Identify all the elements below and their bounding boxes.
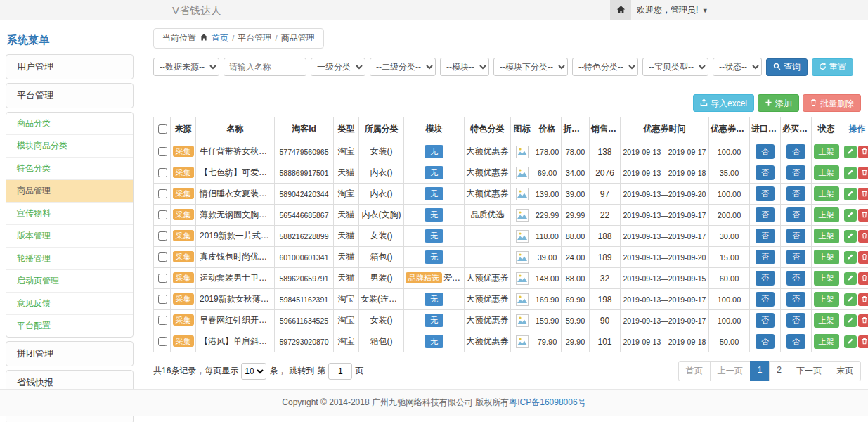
row-checkbox[interactable] xyxy=(158,274,167,283)
home-button[interactable] xyxy=(610,0,631,20)
filter-select-8[interactable]: --状态-- xyxy=(713,58,762,76)
sidebar-subitem-2[interactable]: 商品分类 xyxy=(6,113,133,134)
icp-link[interactable]: 粤ICP备16098006号 xyxy=(509,397,585,407)
delete-button[interactable] xyxy=(858,335,868,348)
must-buy-toggle[interactable]: 否 xyxy=(786,334,805,349)
must-buy-toggle[interactable]: 否 xyxy=(786,292,805,307)
edit-button[interactable] xyxy=(844,188,857,200)
import-select-toggle[interactable]: 否 xyxy=(756,313,775,328)
row-checkbox[interactable] xyxy=(158,337,167,346)
filter-select-5[interactable]: --模块下分类-- xyxy=(493,58,568,76)
edit-button[interactable] xyxy=(844,293,857,306)
status-toggle[interactable]: 上架 xyxy=(814,229,839,243)
must-buy-toggle[interactable]: 否 xyxy=(786,229,805,243)
page-button-末页[interactable]: 末页 xyxy=(829,361,861,381)
status-toggle[interactable]: 上架 xyxy=(814,186,839,201)
status-toggle[interactable]: 上架 xyxy=(814,292,839,307)
must-buy-toggle[interactable]: 否 xyxy=(786,144,805,159)
page-button-1[interactable]: 1 xyxy=(750,361,770,381)
import-select-toggle[interactable]: 否 xyxy=(756,144,775,159)
edit-button[interactable] xyxy=(844,146,857,158)
delete-button[interactable] xyxy=(858,188,868,200)
per-page-select[interactable]: 10 xyxy=(241,363,266,380)
sidebar-subitem-6[interactable]: 宣传物料 xyxy=(6,202,133,224)
filter-select-0[interactable]: --数据来源-- xyxy=(153,58,219,76)
sidebar-subitem-4[interactable]: 特色分类 xyxy=(6,157,133,179)
must-buy-toggle[interactable]: 否 xyxy=(786,271,805,286)
page-button-下一页[interactable]: 下一页 xyxy=(789,361,829,381)
status-toggle[interactable]: 上架 xyxy=(814,313,839,328)
import-select-toggle[interactable]: 否 xyxy=(756,229,775,243)
sidebar-subitem-5[interactable]: 商品管理 xyxy=(6,179,133,202)
filter-select-3[interactable]: --二级分类-- xyxy=(370,58,436,76)
edit-button[interactable] xyxy=(844,272,857,285)
add-button[interactable]: 添加 xyxy=(758,94,799,112)
must-buy-toggle[interactable]: 否 xyxy=(786,313,805,328)
import-select-toggle[interactable]: 否 xyxy=(756,165,775,180)
delete-button[interactable] xyxy=(858,230,868,243)
status-toggle[interactable]: 上架 xyxy=(814,334,839,349)
import-select-toggle[interactable]: 否 xyxy=(756,271,775,286)
sidebar-subitem-7[interactable]: 版本管理 xyxy=(6,224,133,247)
sidebar-subitem-3[interactable]: 模块商品分类 xyxy=(6,134,133,157)
row-checkbox[interactable] xyxy=(158,210,167,219)
search-button[interactable]: 查询 xyxy=(766,58,808,76)
delete-button[interactable] xyxy=(858,146,868,158)
sidebar-subitem-9[interactable]: 启动页管理 xyxy=(6,269,133,292)
delete-button[interactable] xyxy=(858,272,868,285)
import-excel-button[interactable]: 导入excel xyxy=(693,94,754,112)
delete-button[interactable] xyxy=(858,209,868,222)
edit-button[interactable] xyxy=(844,335,857,348)
must-buy-toggle[interactable]: 否 xyxy=(786,250,805,264)
status-toggle[interactable]: 上架 xyxy=(814,250,839,264)
edit-button[interactable] xyxy=(844,167,857,179)
user-menu[interactable]: 欢迎您，管理员! ▼ xyxy=(637,0,708,21)
row-checkbox[interactable] xyxy=(158,231,167,241)
row-checkbox[interactable] xyxy=(158,295,167,304)
status-toggle[interactable]: 上架 xyxy=(814,207,839,222)
edit-button[interactable] xyxy=(844,209,857,222)
filter-select-7[interactable]: --宝贝类型-- xyxy=(642,58,708,76)
row-checkbox[interactable] xyxy=(158,316,167,325)
filter-select-4[interactable]: --模块-- xyxy=(440,58,489,76)
delete-button[interactable] xyxy=(858,251,868,264)
page-button-上一页[interactable]: 上一页 xyxy=(710,361,751,381)
page-number-input[interactable] xyxy=(328,363,352,380)
import-select-toggle[interactable]: 否 xyxy=(756,207,775,222)
edit-button[interactable] xyxy=(844,230,857,243)
row-checkbox[interactable] xyxy=(158,147,167,156)
must-buy-toggle[interactable]: 否 xyxy=(786,207,805,222)
import-select-toggle[interactable]: 否 xyxy=(756,250,775,264)
must-buy-toggle[interactable]: 否 xyxy=(786,186,805,201)
import-select-toggle[interactable]: 否 xyxy=(756,334,775,349)
status-toggle[interactable]: 上架 xyxy=(814,144,839,159)
filter-select-2[interactable]: 一级分类 xyxy=(311,58,365,76)
filter-select-6[interactable]: --特色分类-- xyxy=(572,58,638,76)
delete-button[interactable] xyxy=(858,314,868,327)
page-button-2[interactable]: 2 xyxy=(769,361,789,381)
sidebar-item-1[interactable]: 平台管理 xyxy=(6,83,134,108)
breadcrumb-home-link[interactable]: 首页 xyxy=(212,32,228,44)
sidebar-subitem-8[interactable]: 轮播管理 xyxy=(6,247,133,269)
row-checkbox[interactable] xyxy=(158,252,167,262)
status-toggle[interactable]: 上架 xyxy=(814,271,839,286)
delete-button[interactable] xyxy=(858,293,868,306)
sidebar-item-0[interactable]: 用户管理 xyxy=(6,54,134,79)
sidebar-subitem-11[interactable]: 平台配置 xyxy=(6,314,133,337)
sidebar-item-12[interactable]: 拼团管理 xyxy=(6,341,134,366)
select-all-checkbox[interactable] xyxy=(158,124,167,134)
batch-delete-button[interactable]: 批量删除 xyxy=(803,94,861,112)
row-checkbox[interactable] xyxy=(158,168,167,177)
must-buy-toggle[interactable]: 否 xyxy=(786,165,805,180)
delete-button[interactable] xyxy=(858,167,868,179)
status-toggle[interactable]: 上架 xyxy=(814,165,839,180)
row-checkbox[interactable] xyxy=(158,189,167,198)
import-select-toggle[interactable]: 否 xyxy=(756,292,775,307)
sidebar-subitem-10[interactable]: 意见反馈 xyxy=(6,292,133,314)
reset-button[interactable]: 重置 xyxy=(812,58,853,76)
name-search-input[interactable] xyxy=(224,58,306,76)
import-select-toggle[interactable]: 否 xyxy=(756,186,775,201)
edit-button[interactable] xyxy=(844,314,857,327)
page-button-首页[interactable]: 首页 xyxy=(678,361,711,381)
edit-button[interactable] xyxy=(844,251,857,264)
